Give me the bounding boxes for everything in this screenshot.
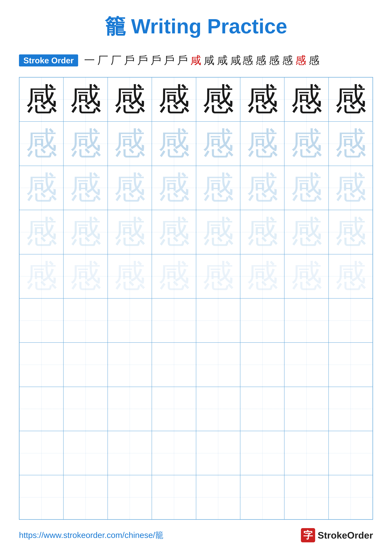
practice-char: 感: [158, 172, 190, 204]
grid-cell-4-7[interactable]: 感: [284, 210, 328, 254]
footer-url[interactable]: https://www.strokeorder.com/chinese/籠: [19, 530, 163, 541]
practice-char: 感: [291, 260, 322, 292]
grid-cell-2-6[interactable]: 感: [240, 122, 284, 166]
stroke-7: 戶: [164, 53, 175, 67]
grid-cell-5-5[interactable]: 感: [196, 254, 240, 298]
grid-cell-4-6[interactable]: 感: [240, 210, 284, 254]
grid-cell-6-4[interactable]: [152, 298, 196, 343]
grid-cell-9-3[interactable]: [108, 431, 152, 475]
grid-cell-1-4[interactable]: 感: [152, 77, 196, 122]
grid-cell-5-2[interactable]: 感: [64, 254, 107, 298]
grid-cell-1-3[interactable]: 感: [108, 77, 152, 122]
practice-char: 感: [335, 260, 366, 292]
grid-cell-9-1[interactable]: [19, 431, 64, 475]
grid-cell-10-1[interactable]: [19, 475, 64, 519]
grid-cell-3-1[interactable]: 感: [19, 166, 64, 210]
grid-cell-5-4[interactable]: 感: [152, 254, 196, 298]
stroke-8: 戶: [177, 53, 188, 67]
grid-cell-1-8[interactable]: 感: [328, 77, 373, 122]
grid-cell-10-4[interactable]: [152, 475, 196, 519]
grid-cell-7-2[interactable]: [64, 343, 107, 387]
grid-cell-4-4[interactable]: 感: [152, 210, 196, 254]
grid-cell-1-2[interactable]: 感: [64, 77, 107, 122]
grid-cell-7-7[interactable]: [284, 343, 328, 387]
grid-row-5: 感 感 感 感 感 感 感 感: [19, 254, 373, 298]
grid-cell-8-6[interactable]: [240, 387, 284, 431]
grid-cell-5-8[interactable]: 感: [328, 254, 373, 298]
grid-cell-2-2[interactable]: 感: [64, 122, 107, 166]
grid-cell-7-6[interactable]: [240, 343, 284, 387]
grid-cell-6-1[interactable]: [19, 298, 64, 343]
grid-cell-8-3[interactable]: [108, 387, 152, 431]
grid-cell-3-2[interactable]: 感: [64, 166, 107, 210]
grid-cell-9-2[interactable]: [64, 431, 107, 475]
practice-char: 感: [70, 172, 101, 204]
grid-cell-7-8[interactable]: [328, 343, 373, 387]
grid-cell-2-3[interactable]: 感: [108, 122, 152, 166]
grid-cell-7-4[interactable]: [152, 343, 196, 387]
grid-cell-3-4[interactable]: 感: [152, 166, 196, 210]
grid-cell-9-7[interactable]: [284, 431, 328, 475]
grid-cell-10-2[interactable]: [64, 475, 107, 519]
grid-cell-3-7[interactable]: 感: [284, 166, 328, 210]
practice-char: 感: [158, 128, 190, 160]
grid-cell-5-7[interactable]: 感: [284, 254, 328, 298]
grid-cell-2-5[interactable]: 感: [196, 122, 240, 166]
grid-cell-5-1[interactable]: 感: [19, 254, 64, 298]
grid-cell-1-7[interactable]: 感: [284, 77, 328, 122]
grid-cell-8-8[interactable]: [328, 387, 373, 431]
practice-char: 感: [158, 84, 190, 115]
grid-cell-7-5[interactable]: [196, 343, 240, 387]
grid-cell-4-5[interactable]: 感: [196, 210, 240, 254]
grid-cell-2-7[interactable]: 感: [284, 122, 328, 166]
grid-cell-6-7[interactable]: [284, 298, 328, 343]
grid-cell-10-6[interactable]: [240, 475, 284, 519]
grid-cell-9-4[interactable]: [152, 431, 196, 475]
grid-cell-10-7[interactable]: [284, 475, 328, 519]
grid-cell-9-6[interactable]: [240, 431, 284, 475]
grid-cell-2-1[interactable]: 感: [19, 122, 64, 166]
practice-char: 感: [114, 172, 145, 204]
grid-cell-10-8[interactable]: [328, 475, 373, 519]
grid-cell-4-8[interactable]: 感: [328, 210, 373, 254]
practice-char: 感: [26, 172, 57, 204]
grid-cell-8-1[interactable]: [19, 387, 64, 431]
grid-cell-7-3[interactable]: [108, 343, 152, 387]
practice-char: 感: [202, 216, 234, 248]
grid-cell-5-3[interactable]: 感: [108, 254, 152, 298]
grid-cell-1-5[interactable]: 感: [196, 77, 240, 122]
footer: https://www.strokeorder.com/chinese/籠 字 …: [19, 528, 373, 542]
practice-char: 感: [247, 216, 278, 248]
grid-cell-5-6[interactable]: 感: [240, 254, 284, 298]
grid-cell-6-2[interactable]: [64, 298, 107, 343]
grid-cell-6-3[interactable]: [108, 298, 152, 343]
grid-cell-1-1[interactable]: 感: [19, 77, 64, 122]
grid-cell-10-5[interactable]: [196, 475, 240, 519]
grid-cell-3-3[interactable]: 感: [108, 166, 152, 210]
grid-cell-4-2[interactable]: 感: [64, 210, 107, 254]
grid-cell-8-4[interactable]: [152, 387, 196, 431]
grid-cell-4-1[interactable]: 感: [19, 210, 64, 254]
grid-cell-9-5[interactable]: [196, 431, 240, 475]
grid-cell-3-6[interactable]: 感: [240, 166, 284, 210]
grid-cell-7-1[interactable]: [19, 343, 64, 387]
grid-cell-8-2[interactable]: [64, 387, 107, 431]
grid-cell-2-8[interactable]: 感: [328, 122, 373, 166]
grid-cell-6-5[interactable]: [196, 298, 240, 343]
grid-row-8: [19, 387, 373, 431]
grid-cell-10-3[interactable]: [108, 475, 152, 519]
grid-cell-6-8[interactable]: [328, 298, 373, 343]
practice-char: 感: [247, 84, 278, 115]
grid-cell-8-5[interactable]: [196, 387, 240, 431]
practice-char: 感: [70, 260, 101, 292]
grid-cell-2-4[interactable]: 感: [152, 122, 196, 166]
logo-text: StrokeOrder: [318, 530, 373, 541]
grid-cell-3-5[interactable]: 感: [196, 166, 240, 210]
grid-cell-9-8[interactable]: [328, 431, 373, 475]
grid-cell-4-3[interactable]: 感: [108, 210, 152, 254]
grid-cell-6-6[interactable]: [240, 298, 284, 343]
grid-cell-1-6[interactable]: 感: [240, 77, 284, 122]
grid-cell-8-7[interactable]: [284, 387, 328, 431]
grid-cell-3-8[interactable]: 感: [328, 166, 373, 210]
practice-char: 感: [291, 216, 322, 248]
